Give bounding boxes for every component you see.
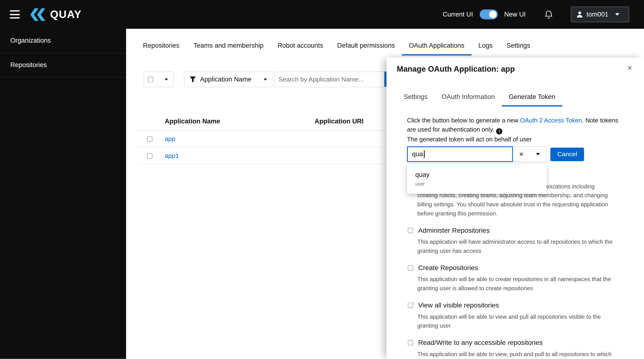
hamburger-menu-icon[interactable] — [10, 10, 20, 19]
permission-toggle[interactable]: View all visible repositories — [408, 300, 638, 310]
permission-toggle[interactable]: Create Repositories — [408, 262, 638, 273]
tab-oauth-applications[interactable]: OAuth Applications — [402, 37, 471, 55]
current-ui-label: Current UI — [443, 11, 473, 18]
suggestion-type: user — [415, 180, 538, 187]
column-application-name: Application Name — [165, 118, 314, 125]
drawer-tab-settings[interactable]: Settings — [397, 88, 434, 106]
search-input[interactable] — [274, 72, 384, 87]
drawer-tab-bar: Settings OAuth Information Generate Toke… — [397, 88, 562, 106]
cancel-button[interactable]: Cancel — [550, 147, 584, 161]
sidebar-item-repositories[interactable]: Repositories — [0, 53, 126, 77]
close-icon[interactable]: ✕ — [627, 64, 632, 72]
tab-repositories[interactable]: Repositories — [136, 37, 186, 55]
tab-robot-accounts[interactable]: Robot accounts — [270, 37, 330, 55]
permission-checkbox[interactable] — [408, 228, 413, 233]
table-row: app1 — [136, 148, 404, 164]
text-cursor — [424, 151, 424, 158]
table-row: app — [136, 131, 404, 148]
permission-checkbox[interactable] — [408, 265, 413, 270]
chevron-down-icon — [264, 78, 267, 81]
suggestion-name[interactable]: quay — [415, 170, 538, 179]
permission-item: Administer Repositories This application… — [407, 225, 638, 255]
row-checkbox[interactable] — [147, 136, 152, 142]
permission-toggle[interactable]: Administer Repositories — [408, 225, 638, 236]
typeahead-controls: ✕ — [513, 146, 547, 162]
behalf-text: The generated token will act on behalf o… — [407, 135, 532, 144]
page: QUAY Current UI New UI — [0, 0, 644, 359]
application-link[interactable]: app — [165, 135, 175, 142]
sidebar-item-label: Organizations — [10, 37, 51, 44]
applications-table: Application Name Application URI app app… — [136, 112, 404, 164]
permission-item: Create Repositories This application wil… — [407, 262, 638, 293]
chevron-down-icon[interactable] — [530, 147, 546, 162]
quay-logo-icon — [30, 8, 46, 21]
tab-logs[interactable]: Logs — [472, 37, 500, 55]
sidebar-item-label: Repositories — [10, 61, 47, 69]
masthead-right: Current UI New UI tom001 — [443, 7, 629, 22]
tab-teams-and-membership[interactable]: Teams and membership — [186, 37, 270, 55]
tab-settings[interactable]: Settings — [500, 37, 538, 55]
filter-icon — [190, 76, 196, 83]
bulk-select-dropdown[interactable] — [144, 72, 174, 87]
username: tom001 — [586, 11, 608, 18]
permission-description: This application will be able to view an… — [417, 312, 638, 330]
row-checkbox[interactable] — [147, 153, 152, 158]
token-user-row: qua ✕ Cancel — [407, 146, 584, 162]
chevron-down-icon — [616, 13, 620, 16]
user-menu[interactable]: tom001 — [571, 7, 630, 22]
chevron-down-icon — [165, 78, 168, 81]
ui-toggle-switch[interactable] — [480, 9, 498, 19]
drawer-title: Manage OAuth Application: app — [397, 65, 515, 74]
masthead: QUAY Current UI New UI — [0, 0, 644, 29]
bell-icon[interactable] — [545, 10, 553, 19]
permission-description: This application will have administrator… — [417, 237, 638, 255]
manage-oauth-drawer: Manage OAuth Application: app ✕ Settings… — [386, 58, 644, 359]
user-typeahead-input[interactable]: qua — [407, 146, 513, 162]
toggle-knob — [489, 11, 496, 18]
table-header-row: Application Name Application URI — [136, 112, 404, 131]
toolbar: Application Name — [144, 72, 387, 87]
permission-toggle[interactable]: Read/Write to any accessible repositorie… — [408, 337, 638, 348]
oauth2-access-token-link[interactable]: OAuth 2 Access Token — [520, 117, 582, 124]
quay-logo[interactable]: QUAY — [30, 8, 82, 21]
bulk-select-checkbox[interactable] — [148, 77, 153, 82]
typeahead-value: qua — [412, 151, 423, 158]
permission-item: Read/Write to any accessible repositorie… — [407, 337, 638, 358]
permission-label: Read/Write to any accessible repositorie… — [418, 339, 542, 346]
application-link[interactable]: app1 — [165, 152, 179, 159]
permission-label: Administer Repositories — [418, 226, 490, 234]
filter-dropdown[interactable]: Application Name — [184, 72, 273, 87]
drawer-tab-oauth-information[interactable]: OAuth Information — [434, 88, 502, 106]
clear-icon[interactable]: ✕ — [513, 147, 530, 162]
user-icon — [577, 11, 583, 18]
permission-checkbox[interactable] — [408, 340, 413, 345]
info-icon[interactable]: i — [496, 128, 502, 134]
brand-title: QUAY — [50, 8, 82, 21]
permission-checkbox[interactable] — [408, 302, 413, 308]
sidebar-item-organizations[interactable]: Organizations — [0, 29, 126, 53]
intro-text: Click the button below to generate a new — [407, 117, 520, 124]
hidden-action-button-sliver[interactable] — [384, 72, 387, 87]
org-tab-bar: Repositories Teams and membership Robot … — [136, 37, 537, 55]
permission-item: View all visible repositories This appli… — [407, 300, 638, 330]
new-ui-label: New UI — [504, 11, 526, 18]
sidebar: Organizations Repositories — [0, 29, 126, 359]
permission-description: This application will be able to create … — [417, 275, 638, 293]
typeahead-suggestion-menu: quay user — [407, 164, 546, 194]
tab-default-permissions[interactable]: Default permissions — [330, 37, 402, 55]
generate-token-intro: Click the button below to generate a new… — [407, 116, 623, 134]
permission-label: View all visible repositories — [418, 301, 499, 309]
permission-label: Create Repositories — [418, 264, 478, 272]
drawer-tab-generate-token[interactable]: Generate Token — [502, 88, 562, 106]
filter-label: Application Name — [200, 76, 252, 83]
permission-description: This application will be able to view, p… — [417, 349, 638, 358]
